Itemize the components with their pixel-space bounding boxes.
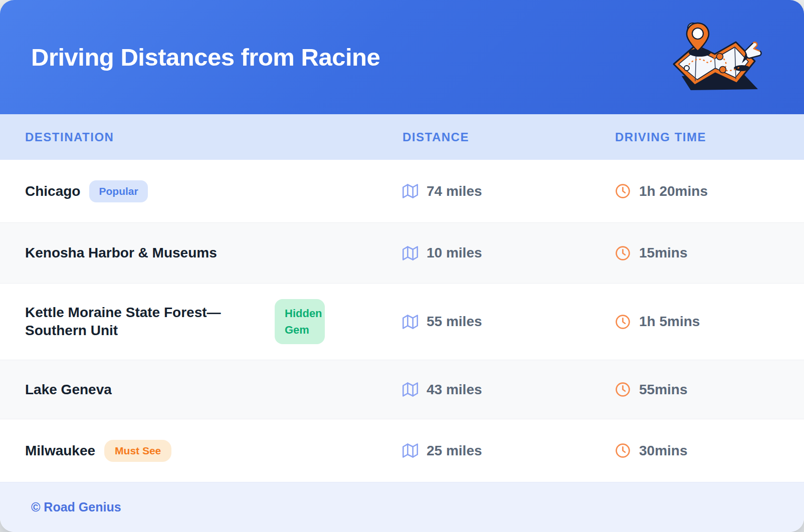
card-footer: © Road Genius — [0, 482, 804, 532]
table-row: Kenosha Harbor & Museums 10 miles 15mins — [0, 222, 804, 283]
distance-value: 25 miles — [427, 443, 482, 459]
destination-name: Lake Geneva — [25, 381, 112, 399]
driving-time-value: 15mins — [639, 245, 688, 261]
map-icon — [403, 183, 418, 199]
driving-time-value: 1h 5mins — [639, 314, 700, 330]
destination-name: Chicago — [25, 182, 80, 200]
column-header-distance: DISTANCE — [403, 130, 615, 144]
page-title: Driving Distances from Racine — [0, 43, 380, 71]
map-icon — [403, 443, 418, 458]
driving-distances-card: Driving Distances from Racine — [0, 0, 804, 532]
credit-text: © Road Genius — [31, 500, 121, 514]
table-row: Lake Geneva 43 miles 55mins — [0, 360, 804, 419]
driving-time-value: 1h 20mins — [639, 183, 708, 199]
table-row: Kettle Moraine State Forest—Southern Uni… — [0, 283, 804, 360]
distance-value: 55 miles — [427, 314, 482, 330]
driving-time-value: 30mins — [639, 443, 688, 459]
destination-name: Milwaukee — [25, 442, 95, 460]
clock-icon — [615, 245, 631, 261]
card-header: Driving Distances from Racine — [0, 0, 804, 114]
driving-time-value: 55mins — [639, 382, 688, 398]
distance-value: 43 miles — [427, 382, 482, 398]
table-column-header-row: DESTINATION DISTANCE DRIVING TIME — [0, 114, 804, 160]
map-icon — [403, 245, 418, 261]
column-header-destination: DESTINATION — [0, 130, 403, 144]
destination-name: Kettle Moraine State Forest—Southern Uni… — [25, 304, 266, 340]
column-header-driving-time: DRIVING TIME — [615, 130, 804, 144]
map-illustration-icon — [667, 20, 767, 95]
map-icon — [403, 382, 418, 397]
clock-icon — [615, 382, 631, 397]
clock-icon — [615, 314, 631, 330]
must-see-badge: Must See — [104, 440, 171, 462]
table-row: Milwaukee Must See 25 miles 30mins — [0, 419, 804, 482]
distance-value: 10 miles — [427, 245, 482, 261]
table-row: Chicago Popular 74 miles 1h 20mins — [0, 160, 804, 222]
map-icon — [403, 314, 418, 330]
clock-icon — [615, 183, 631, 199]
distance-value: 74 miles — [427, 183, 482, 199]
popular-badge: Popular — [89, 180, 147, 202]
hidden-gem-badge: Hidden Gem — [275, 299, 325, 344]
clock-icon — [615, 443, 631, 458]
destination-name: Kenosha Harbor & Museums — [25, 244, 217, 262]
